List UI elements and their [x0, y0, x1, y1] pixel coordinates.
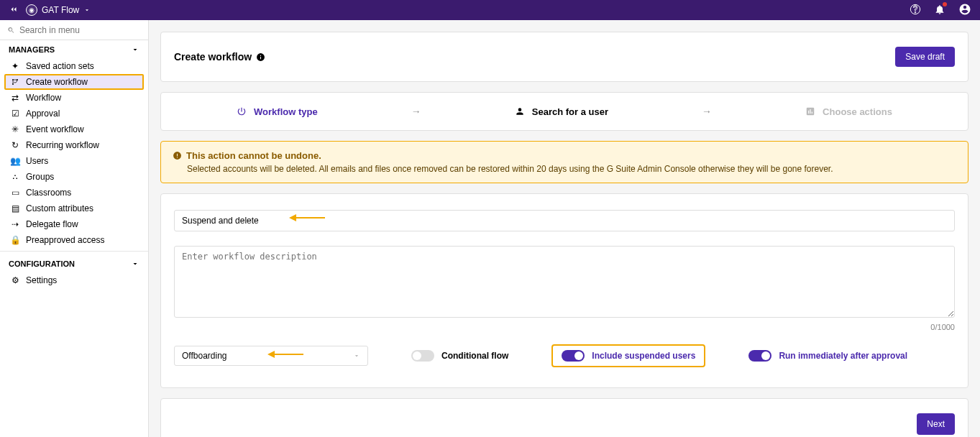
svg-point-0	[12, 79, 14, 80]
workflow-description-input[interactable]	[174, 246, 955, 318]
notification-dot	[943, 2, 947, 6]
warning-icon	[173, 151, 182, 160]
warning-alert: This action cannot be undone. Selected a…	[160, 141, 968, 183]
topbar: ◉ GAT Flow	[0, 0, 980, 20]
users-icon: 👥	[10, 156, 20, 166]
chevron-down-icon	[131, 45, 139, 54]
lock-icon: 🔒	[10, 235, 20, 245]
sidebar-item-users[interactable]: 👥 Users	[0, 153, 148, 169]
chevron-down-icon	[353, 352, 360, 359]
sidebar-item-approval[interactable]: ☑ Approval	[0, 106, 148, 121]
branch-icon	[10, 78, 20, 86]
delegate-icon: ⇢	[10, 219, 20, 229]
save-draft-button[interactable]: Save draft	[895, 47, 955, 67]
stepper-card: Workflow type → Search for a user → Choo…	[160, 92, 968, 131]
category-select[interactable]: Offboarding	[174, 346, 368, 366]
sidebar-item-classrooms[interactable]: ▭ Classrooms	[0, 185, 148, 201]
menu-search[interactable]	[0, 20, 148, 40]
notifications-icon[interactable]	[934, 4, 945, 17]
clock-icon: ↻	[10, 140, 20, 150]
form-card: 0/1000 Offboarding Conditional flow	[160, 193, 968, 388]
actions-icon	[805, 106, 815, 116]
brand-logo-icon: ◉	[26, 4, 37, 16]
gear-icon: ⚙	[10, 275, 20, 285]
sidebar: MANAGERS ✦ Saved action sets Create work…	[0, 20, 149, 437]
help-icon[interactable]	[910, 4, 921, 17]
section-configuration[interactable]: CONFIGURATION	[0, 254, 148, 272]
search-input[interactable]	[19, 25, 141, 35]
next-button[interactable]: Next	[917, 413, 955, 435]
step-search-user[interactable]: Search for a user	[515, 106, 608, 117]
check-icon: ☑	[10, 109, 20, 119]
char-count: 0/1000	[174, 323, 955, 331]
attr-icon: ▤	[10, 203, 20, 213]
account-icon[interactable]	[958, 3, 971, 18]
sidebar-item-recurring-workflow[interactable]: ↻ Recurring workflow	[0, 137, 148, 153]
user-search-icon	[515, 106, 525, 116]
sidebar-item-custom-attributes[interactable]: ▤ Custom attributes	[0, 201, 148, 216]
flow-icon: ⇄	[10, 93, 20, 103]
svg-point-1	[12, 83, 14, 85]
page-title: Create workflow	[174, 51, 265, 63]
app-switcher[interactable]: ◉ GAT Flow	[26, 4, 91, 16]
chevron-down-icon	[131, 259, 139, 268]
section-managers[interactable]: MANAGERS	[0, 40, 148, 58]
step-sep-icon: →	[702, 106, 712, 117]
app-name: GAT Flow	[42, 5, 79, 15]
classroom-icon: ▭	[10, 188, 20, 198]
sidebar-item-settings[interactable]: ⚙ Settings	[0, 272, 148, 288]
toggle-run-immediately[interactable]: Run immediately after approval	[748, 350, 907, 362]
sidebar-item-delegate-flow[interactable]: ⇢ Delegate flow	[0, 216, 148, 232]
saved-icon: ✦	[10, 61, 20, 71]
collapse-icon[interactable]	[9, 4, 19, 17]
search-icon	[7, 26, 15, 34]
toggle-include-suspended[interactable]: Include suspended users	[551, 344, 705, 367]
groups-icon: ⛬	[10, 172, 20, 182]
bug-icon: ✳	[10, 124, 20, 134]
sidebar-item-groups[interactable]: ⛬ Groups	[0, 169, 148, 185]
sidebar-item-create-workflow[interactable]: Create workflow	[4, 74, 144, 90]
footer-card: Next	[160, 398, 968, 437]
switch-off[interactable]	[411, 350, 434, 362]
main-content: Create workflow Save draft Workflow type…	[149, 20, 980, 437]
toggle-conditional-flow[interactable]: Conditional flow	[411, 350, 508, 362]
chevron-down-icon	[83, 6, 91, 14]
sidebar-item-preapproved-access[interactable]: 🔒 Preapproved access	[0, 232, 148, 248]
sidebar-item-saved-action-sets[interactable]: ✦ Saved action sets	[0, 58, 148, 74]
switch-on[interactable]	[748, 350, 771, 362]
sidebar-item-workflow[interactable]: ⇄ Workflow	[0, 90, 148, 106]
info-icon[interactable]	[256, 52, 265, 62]
sidebar-item-event-workflow[interactable]: ✳ Event workflow	[0, 121, 148, 137]
power-icon	[237, 106, 247, 116]
step-choose-actions[interactable]: Choose actions	[805, 106, 892, 117]
page-header-card: Create workflow Save draft	[160, 32, 968, 82]
switch-on[interactable]	[562, 350, 585, 362]
step-sep-icon: →	[411, 106, 421, 117]
workflow-name-input[interactable]	[174, 210, 955, 231]
step-workflow-type[interactable]: Workflow type	[237, 106, 318, 117]
